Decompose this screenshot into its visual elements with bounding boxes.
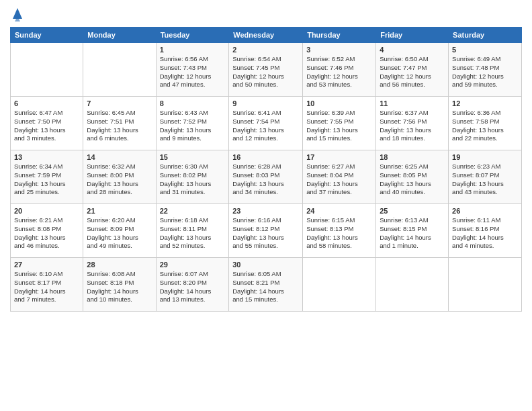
day-header-friday: Friday bbox=[376, 28, 449, 43]
day-info: Sunrise: 6:13 AM Sunset: 8:15 PM Dayligh… bbox=[380, 216, 445, 250]
page: SundayMondayTuesdayWednesdayThursdayFrid… bbox=[0, 0, 532, 411]
day-cell: 16Sunrise: 6:28 AM Sunset: 8:03 PM Dayli… bbox=[229, 150, 303, 204]
day-number: 2 bbox=[232, 46, 299, 54]
day-info: Sunrise: 6:45 AM Sunset: 7:51 PM Dayligh… bbox=[87, 109, 152, 143]
day-number: 30 bbox=[232, 261, 299, 269]
day-number: 23 bbox=[232, 207, 299, 215]
day-number: 28 bbox=[87, 261, 152, 269]
day-info: Sunrise: 6:16 AM Sunset: 8:12 PM Dayligh… bbox=[232, 216, 299, 250]
day-cell: 11Sunrise: 6:37 AM Sunset: 7:56 PM Dayli… bbox=[376, 97, 449, 150]
day-cell: 7Sunrise: 6:45 AM Sunset: 7:51 PM Daylig… bbox=[83, 97, 156, 150]
day-cell: 19Sunrise: 6:23 AM Sunset: 8:07 PM Dayli… bbox=[449, 150, 522, 204]
day-number: 4 bbox=[380, 46, 445, 54]
week-row-3: 13Sunrise: 6:34 AM Sunset: 7:59 PM Dayli… bbox=[11, 150, 522, 204]
day-header-sunday: Sunday bbox=[11, 28, 83, 43]
day-number: 13 bbox=[14, 153, 79, 161]
day-info: Sunrise: 6:08 AM Sunset: 8:18 PM Dayligh… bbox=[87, 270, 152, 304]
day-cell: 10Sunrise: 6:39 AM Sunset: 7:55 PM Dayli… bbox=[303, 97, 376, 150]
day-info: Sunrise: 6:28 AM Sunset: 8:03 PM Dayligh… bbox=[232, 163, 299, 197]
day-info: Sunrise: 6:30 AM Sunset: 8:02 PM Dayligh… bbox=[160, 163, 226, 197]
day-info: Sunrise: 6:27 AM Sunset: 8:04 PM Dayligh… bbox=[306, 163, 372, 197]
day-cell bbox=[449, 258, 522, 312]
day-number: 18 bbox=[380, 153, 445, 161]
day-header-monday: Monday bbox=[83, 28, 156, 43]
day-cell: 22Sunrise: 6:18 AM Sunset: 8:11 PM Dayli… bbox=[156, 204, 229, 258]
day-info: Sunrise: 6:10 AM Sunset: 8:17 PM Dayligh… bbox=[14, 270, 79, 304]
day-number: 14 bbox=[87, 153, 152, 161]
day-info: Sunrise: 6:49 AM Sunset: 7:48 PM Dayligh… bbox=[452, 55, 518, 89]
day-cell bbox=[376, 258, 449, 312]
day-number: 6 bbox=[14, 99, 79, 107]
day-cell: 24Sunrise: 6:15 AM Sunset: 8:13 PM Dayli… bbox=[303, 204, 376, 258]
day-number: 22 bbox=[160, 207, 226, 215]
day-cell: 25Sunrise: 6:13 AM Sunset: 8:15 PM Dayli… bbox=[376, 204, 449, 258]
day-number: 8 bbox=[160, 99, 226, 107]
day-number: 15 bbox=[160, 153, 226, 161]
logo-icon bbox=[11, 7, 24, 21]
day-cell: 30Sunrise: 6:05 AM Sunset: 8:21 PM Dayli… bbox=[229, 258, 303, 312]
day-cell: 27Sunrise: 6:10 AM Sunset: 8:17 PM Dayli… bbox=[11, 258, 83, 312]
day-number: 17 bbox=[306, 153, 372, 161]
day-number: 1 bbox=[160, 46, 226, 54]
day-cell: 5Sunrise: 6:49 AM Sunset: 7:48 PM Daylig… bbox=[449, 43, 522, 97]
day-info: Sunrise: 6:25 AM Sunset: 8:05 PM Dayligh… bbox=[380, 163, 445, 197]
day-cell bbox=[303, 258, 376, 312]
day-info: Sunrise: 6:39 AM Sunset: 7:55 PM Dayligh… bbox=[306, 109, 372, 143]
day-number: 3 bbox=[306, 46, 372, 54]
day-cell: 4Sunrise: 6:50 AM Sunset: 7:47 PM Daylig… bbox=[376, 43, 449, 97]
day-info: Sunrise: 6:15 AM Sunset: 8:13 PM Dayligh… bbox=[306, 216, 372, 250]
day-number: 11 bbox=[380, 99, 445, 107]
day-info: Sunrise: 6:41 AM Sunset: 7:54 PM Dayligh… bbox=[232, 109, 299, 143]
day-cell: 26Sunrise: 6:11 AM Sunset: 8:16 PM Dayli… bbox=[449, 204, 522, 258]
day-header-tuesday: Tuesday bbox=[156, 28, 229, 43]
day-cell bbox=[83, 43, 156, 97]
day-number: 5 bbox=[452, 46, 518, 54]
day-number: 16 bbox=[232, 153, 299, 161]
day-info: Sunrise: 6:52 AM Sunset: 7:46 PM Dayligh… bbox=[306, 55, 372, 89]
day-cell: 23Sunrise: 6:16 AM Sunset: 8:12 PM Dayli… bbox=[229, 204, 303, 258]
day-info: Sunrise: 6:43 AM Sunset: 7:52 PM Dayligh… bbox=[160, 109, 226, 143]
day-info: Sunrise: 6:05 AM Sunset: 8:21 PM Dayligh… bbox=[232, 270, 299, 304]
day-number: 20 bbox=[14, 207, 79, 215]
day-number: 24 bbox=[306, 207, 372, 215]
day-info: Sunrise: 6:47 AM Sunset: 7:50 PM Dayligh… bbox=[14, 109, 79, 143]
day-header-wednesday: Wednesday bbox=[229, 28, 303, 43]
header-row: SundayMondayTuesdayWednesdayThursdayFrid… bbox=[11, 28, 522, 43]
day-cell: 17Sunrise: 6:27 AM Sunset: 8:04 PM Dayli… bbox=[303, 150, 376, 204]
day-cell: 1Sunrise: 6:56 AM Sunset: 7:43 PM Daylig… bbox=[156, 43, 229, 97]
day-cell: 20Sunrise: 6:21 AM Sunset: 8:08 PM Dayli… bbox=[11, 204, 83, 258]
day-cell: 9Sunrise: 6:41 AM Sunset: 7:54 PM Daylig… bbox=[229, 97, 303, 150]
day-cell: 6Sunrise: 6:47 AM Sunset: 7:50 PM Daylig… bbox=[11, 97, 83, 150]
day-number: 21 bbox=[87, 207, 152, 215]
day-info: Sunrise: 6:54 AM Sunset: 7:45 PM Dayligh… bbox=[232, 55, 299, 89]
week-row-1: 1Sunrise: 6:56 AM Sunset: 7:43 PM Daylig… bbox=[11, 43, 522, 97]
day-info: Sunrise: 6:11 AM Sunset: 8:16 PM Dayligh… bbox=[452, 216, 518, 250]
week-row-4: 20Sunrise: 6:21 AM Sunset: 8:08 PM Dayli… bbox=[11, 204, 522, 258]
logo bbox=[10, 7, 24, 21]
day-cell bbox=[11, 43, 83, 97]
day-info: Sunrise: 6:56 AM Sunset: 7:43 PM Dayligh… bbox=[160, 55, 226, 89]
day-cell: 29Sunrise: 6:07 AM Sunset: 8:20 PM Dayli… bbox=[156, 258, 229, 312]
day-number: 29 bbox=[160, 261, 226, 269]
day-info: Sunrise: 6:36 AM Sunset: 7:58 PM Dayligh… bbox=[452, 109, 518, 143]
day-info: Sunrise: 6:37 AM Sunset: 7:56 PM Dayligh… bbox=[380, 109, 445, 143]
day-cell: 28Sunrise: 6:08 AM Sunset: 8:18 PM Dayli… bbox=[83, 258, 156, 312]
day-info: Sunrise: 6:34 AM Sunset: 7:59 PM Dayligh… bbox=[14, 163, 79, 197]
header bbox=[10, 7, 522, 21]
day-info: Sunrise: 6:50 AM Sunset: 7:47 PM Dayligh… bbox=[380, 55, 445, 89]
day-info: Sunrise: 6:20 AM Sunset: 8:09 PM Dayligh… bbox=[87, 216, 152, 250]
day-cell: 8Sunrise: 6:43 AM Sunset: 7:52 PM Daylig… bbox=[156, 97, 229, 150]
day-cell: 15Sunrise: 6:30 AM Sunset: 8:02 PM Dayli… bbox=[156, 150, 229, 204]
day-number: 19 bbox=[452, 153, 518, 161]
day-number: 26 bbox=[452, 207, 518, 215]
day-cell: 13Sunrise: 6:34 AM Sunset: 7:59 PM Dayli… bbox=[11, 150, 83, 204]
day-cell: 18Sunrise: 6:25 AM Sunset: 8:05 PM Dayli… bbox=[376, 150, 449, 204]
day-info: Sunrise: 6:07 AM Sunset: 8:20 PM Dayligh… bbox=[160, 270, 226, 304]
day-info: Sunrise: 6:23 AM Sunset: 8:07 PM Dayligh… bbox=[452, 163, 518, 197]
day-cell: 2Sunrise: 6:54 AM Sunset: 7:45 PM Daylig… bbox=[229, 43, 303, 97]
calendar: SundayMondayTuesdayWednesdayThursdayFrid… bbox=[10, 27, 522, 312]
day-cell: 14Sunrise: 6:32 AM Sunset: 8:00 PM Dayli… bbox=[83, 150, 156, 204]
day-cell: 21Sunrise: 6:20 AM Sunset: 8:09 PM Dayli… bbox=[83, 204, 156, 258]
day-number: 27 bbox=[14, 261, 79, 269]
day-cell: 3Sunrise: 6:52 AM Sunset: 7:46 PM Daylig… bbox=[303, 43, 376, 97]
